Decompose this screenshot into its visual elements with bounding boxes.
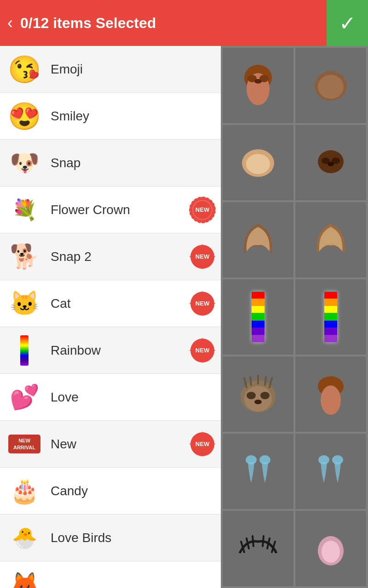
item-label: Snap — [51, 156, 214, 170]
list-item[interactable]: 💐 Flower Crown NEW — [0, 187, 221, 233]
item-thumbnail: 💐 — [6, 192, 42, 228]
item-label: New — [51, 437, 190, 452]
svg-point-22 — [254, 400, 262, 404]
preview-cell — [223, 279, 293, 355]
list-item[interactable]: 🦊 — [0, 561, 221, 588]
new-badge: NEW — [190, 198, 214, 222]
list-item[interactable]: 😘 Emoji — [0, 46, 221, 93]
item-thumbnail — [6, 333, 42, 368]
list-item[interactable]: 😍 Smiley — [0, 93, 221, 140]
list-item[interactable]: 💕 Love — [0, 374, 221, 421]
list-item[interactable]: 🐣 Love Birds — [0, 514, 221, 561]
dog-nose-svg — [240, 64, 276, 107]
new-badge: NEW — [190, 245, 214, 269]
eyelashes-svg — [237, 535, 279, 562]
svg-line-32 — [263, 536, 264, 546]
new-badge: NEW — [190, 339, 214, 362]
svg-line-16 — [250, 377, 251, 385]
item-label: Snap 2 — [51, 249, 190, 264]
preview-cell — [223, 356, 293, 432]
svg-point-8 — [246, 154, 270, 174]
tears2-svg — [312, 448, 349, 494]
list-item[interactable]: 🐱 Cat NEW — [0, 280, 221, 327]
item-thumbnail: 🎂 — [6, 473, 42, 509]
svg-point-36 — [322, 541, 340, 563]
svg-point-24 — [321, 385, 341, 415]
new-badge: NEW — [190, 432, 214, 456]
dog-ear3-svg — [240, 221, 276, 258]
list-item[interactable]: Rainbow NEW — [0, 327, 221, 374]
item-thumbnail: 😘 — [6, 51, 42, 87]
list-item[interactable]: NEWARRIVAL New NEW — [0, 421, 221, 468]
item-label: Candy — [51, 484, 214, 498]
item-label: Rainbow — [51, 343, 190, 358]
svg-line-19 — [270, 378, 272, 387]
dog-ear2-svg — [240, 146, 276, 180]
item-thumbnail: 💕 — [6, 379, 42, 415]
list-item[interactable]: 🎂 Candy — [0, 468, 221, 514]
preview-cell — [223, 202, 293, 277]
preview-cell — [223, 48, 293, 123]
svg-line-33 — [267, 538, 270, 548]
check-icon: ✓ — [339, 11, 356, 35]
back-button[interactable]: ‹ — [7, 13, 13, 33]
svg-line-18 — [265, 377, 266, 385]
dog-nose2-svg — [315, 148, 347, 178]
shaggy-dog-svg — [237, 373, 279, 415]
item-label: Cat — [51, 296, 190, 311]
item-label: Emoji — [51, 62, 214, 77]
tongue-svg — [315, 373, 347, 416]
preview-cell — [223, 125, 293, 200]
svg-line-30 — [247, 538, 249, 548]
preview-cell — [295, 279, 366, 355]
item-label: Flower Crown — [51, 203, 190, 217]
svg-point-21 — [260, 392, 270, 399]
svg-point-12 — [328, 162, 334, 166]
item-label: Love — [51, 390, 214, 405]
main-content: 😘 Emoji 😍 Smiley 🐶 Snap 💐 Flower Crown N… — [0, 46, 368, 588]
preview-cell — [295, 202, 366, 277]
preview-cell — [295, 125, 366, 200]
new-badge: NEW — [190, 292, 214, 316]
rainbow-strip — [252, 292, 264, 342]
dog-ear4-svg — [312, 221, 349, 258]
item-label: Love Birds — [51, 531, 214, 545]
svg-point-14 — [244, 386, 272, 412]
tears-svg — [240, 448, 276, 494]
svg-line-31 — [253, 536, 253, 546]
item-thumbnail: 🐱 — [6, 286, 42, 322]
item-thumbnail: 🐕 — [6, 239, 42, 275]
item-thumbnail: 🦊 — [6, 567, 42, 588]
rainbow-strip-2 — [324, 292, 337, 342]
list-item[interactable]: 🐶 Snap — [0, 140, 221, 187]
bunny-ear-svg — [315, 530, 347, 567]
preview-cell — [223, 434, 293, 509]
svg-point-4 — [254, 79, 262, 84]
svg-line-15 — [244, 378, 247, 387]
svg-point-20 — [247, 392, 256, 399]
preview-cell — [295, 511, 366, 586]
item-thumbnail: NEWARRIVAL — [6, 426, 42, 462]
preview-cell — [223, 511, 293, 586]
dog-ear-svg — [312, 68, 349, 103]
preview-cell — [295, 356, 366, 432]
preview-panel — [221, 46, 368, 588]
item-thumbnail: 🐶 — [6, 145, 42, 181]
item-thumbnail: 🐣 — [6, 520, 42, 556]
confirm-button[interactable]: ✓ — [327, 0, 368, 46]
item-label: Smiley — [51, 109, 214, 124]
svg-point-6 — [318, 75, 344, 99]
header-title: 0/12 items Selected — [20, 15, 327, 32]
header: ‹ 0/12 items Selected ✓ — [0, 0, 368, 46]
list-item[interactable]: 🐕 Snap 2 NEW — [0, 233, 221, 280]
preview-cell — [295, 434, 366, 509]
category-list: 😘 Emoji 😍 Smiley 🐶 Snap 💐 Flower Crown N… — [0, 46, 221, 588]
preview-cell — [295, 48, 366, 123]
item-thumbnail: 😍 — [6, 98, 42, 134]
